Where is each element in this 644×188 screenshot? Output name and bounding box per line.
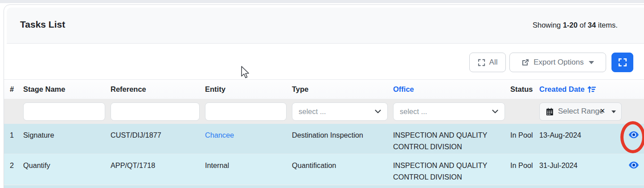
- filter-row: select ... select ...: [4, 99, 644, 124]
- items-summary: Showing 1-20 of 34 items.: [533, 21, 618, 29]
- col-header-office[interactable]: Office: [393, 85, 510, 94]
- all-button-label: All: [489, 58, 498, 67]
- cell-entity: Internal: [205, 154, 292, 184]
- sort-amount-up-icon: [587, 86, 596, 93]
- cell-reference: CUST/DIJ/1877: [111, 124, 205, 154]
- date-range-label: Select Range: [558, 107, 603, 116]
- page-title: Tasks List: [20, 19, 65, 30]
- cell-status: In Pool: [510, 124, 539, 154]
- stage-name-filter-input[interactable]: [23, 102, 105, 121]
- cell-type: Destination Inspection: [292, 124, 393, 154]
- office-select-placeholder: select ...: [400, 107, 427, 116]
- cell-office: INSPECTION AND QUALITY CONTROL DIVISION: [393, 154, 510, 184]
- col-header-status: Status: [510, 85, 539, 94]
- cell-type: Quantification: [292, 154, 393, 184]
- tasks-card: Tasks List Showing 1-20 of 34 items. All…: [4, 4, 644, 188]
- summary-prefix: Showing: [533, 21, 563, 29]
- cell-created-date: 31-Jul-2024: [539, 154, 624, 184]
- calendar-icon: [546, 108, 554, 115]
- table-row: [4, 184, 644, 188]
- cell-num: 1: [10, 124, 23, 154]
- date-range-picker-button[interactable]: Select Range ✕: [539, 102, 622, 121]
- col-header-num: #: [10, 85, 23, 94]
- col-header-created-date[interactable]: Created Date: [539, 85, 624, 94]
- cell-office: INSPECTION AND QUALITY CONTROL DIVISION: [393, 124, 510, 154]
- cell-stage-name: Signature: [23, 124, 111, 154]
- fullscreen-corners-icon: [618, 58, 627, 67]
- view-task-button[interactable]: [628, 161, 639, 170]
- view-task-button[interactable]: [628, 131, 639, 140]
- external-link-icon: [521, 58, 529, 66]
- entity-filter-input[interactable]: [205, 102, 287, 121]
- summary-total: 34: [588, 21, 596, 29]
- chevron-down-icon: [375, 110, 381, 114]
- cell-status: In Pool: [510, 154, 539, 184]
- col-header-stage-name: Stage Name: [23, 85, 111, 94]
- card-header: Tasks List Showing 1-20 of 34 items.: [7, 8, 644, 44]
- cell-stage-name: Quantify: [23, 154, 111, 184]
- fullscreen-corners-icon: [478, 59, 485, 66]
- office-filter-select[interactable]: select ...: [393, 102, 505, 121]
- summary-suffix: items.: [596, 21, 618, 29]
- col-header-type: Type: [292, 85, 393, 94]
- fullscreen-button[interactable]: [611, 53, 633, 72]
- created-date-header-label: Created Date: [539, 85, 585, 94]
- select-all-button[interactable]: All: [469, 53, 506, 72]
- caret-down-icon: [611, 110, 616, 113]
- reference-filter-input[interactable]: [111, 102, 200, 121]
- entity-link[interactable]: Chancee: [205, 131, 234, 139]
- export-options-button[interactable]: Export Options: [509, 53, 606, 72]
- caret-down-icon: [589, 61, 594, 64]
- export-button-label: Export Options: [533, 58, 583, 67]
- eye-icon: [628, 161, 639, 169]
- col-header-reference: Reference: [111, 85, 205, 94]
- eye-icon: [628, 131, 639, 139]
- table-row[interactable]: 1 Signature CUST/DIJ/1877 Chancee Destin…: [4, 124, 644, 154]
- cell-reference: APP/QT/1718: [111, 154, 205, 184]
- cell-num: 2: [10, 154, 23, 184]
- cell-created-date: 13-Aug-2024: [539, 124, 624, 154]
- clear-x-icon[interactable]: ✕: [599, 107, 605, 115]
- type-select-placeholder: select ...: [299, 107, 326, 116]
- type-filter-select[interactable]: select ...: [292, 102, 388, 121]
- office-header-label: Office: [393, 85, 414, 94]
- table-row[interactable]: 2 Quantify APP/QT/1718 Internal Quantifi…: [4, 154, 644, 184]
- chevron-down-icon: [492, 110, 498, 114]
- summary-of: of: [578, 21, 588, 29]
- col-header-entity: Entity: [205, 85, 292, 94]
- table-header-row: # Stage Name Reference Entity Type Offic…: [4, 79, 644, 99]
- summary-range: 1-20: [563, 21, 578, 29]
- window-top-strip: [0, 0, 644, 3]
- tasks-table: # Stage Name Reference Entity Type Offic…: [4, 79, 644, 188]
